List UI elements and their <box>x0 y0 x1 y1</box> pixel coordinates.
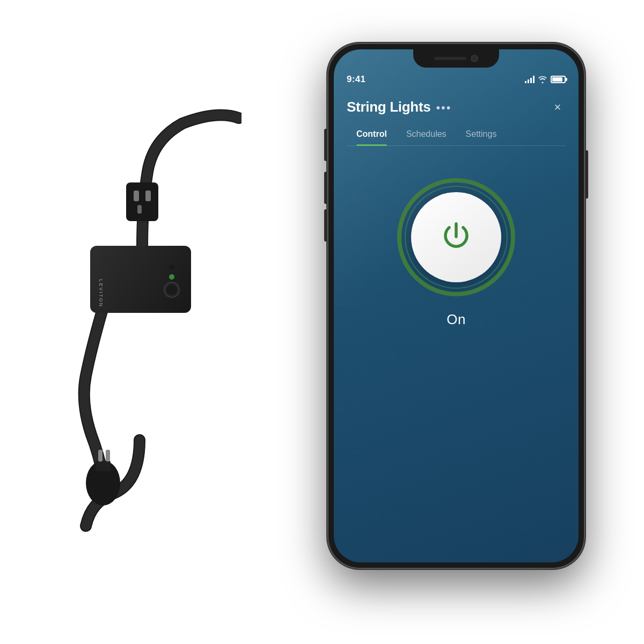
app-header: String Lights ••• × Control Schedules Se… <box>334 91 579 146</box>
tab-settings[interactable]: Settings <box>456 124 507 145</box>
svg-text:LEVITON: LEVITON <box>98 279 104 308</box>
app-title-row: String Lights ••• × <box>347 99 566 115</box>
power-ring[interactable] <box>397 178 515 296</box>
svg-point-10 <box>86 460 120 506</box>
svg-rect-13 <box>106 450 110 462</box>
scene: LEVITON <box>27 27 617 617</box>
device-wrapper: LEVITON <box>59 107 241 537</box>
svg-rect-1 <box>134 191 139 201</box>
wifi-icon <box>538 76 547 83</box>
svg-point-7 <box>169 274 174 280</box>
notch <box>413 49 499 68</box>
svg-rect-2 <box>145 191 151 201</box>
svg-rect-0 <box>126 182 158 221</box>
power-button[interactable] <box>411 192 501 282</box>
power-status-label: On <box>447 311 466 328</box>
phone-screen: 9:41 <box>334 49 579 562</box>
more-options-button[interactable]: ••• <box>436 101 451 115</box>
svg-point-8 <box>164 282 179 297</box>
svg-rect-11 <box>96 460 111 471</box>
status-icons <box>525 76 566 83</box>
phone: 9:41 <box>327 43 585 569</box>
power-area: On <box>334 178 579 328</box>
svg-point-6 <box>169 265 174 270</box>
notch-camera <box>471 55 478 62</box>
svg-rect-4 <box>90 246 191 313</box>
battery-icon <box>551 76 566 83</box>
svg-rect-3 <box>137 205 142 214</box>
signal-bars-icon <box>525 76 535 83</box>
tab-schedules[interactable]: Schedules <box>397 124 456 145</box>
svg-point-9 <box>166 284 177 295</box>
svg-rect-12 <box>98 450 103 462</box>
power-icon <box>437 218 475 256</box>
app-title: String Lights <box>347 99 430 115</box>
close-button[interactable]: × <box>550 99 566 115</box>
battery-fill <box>552 77 562 82</box>
tab-control[interactable]: Control <box>347 124 397 145</box>
app-title-left: String Lights ••• <box>347 99 452 115</box>
notch-speaker <box>434 57 466 60</box>
phone-outer: 9:41 <box>327 43 585 569</box>
status-bar: 9:41 <box>334 68 579 91</box>
status-time: 9:41 <box>347 74 365 85</box>
tabs: Control Schedules Settings <box>347 124 566 146</box>
